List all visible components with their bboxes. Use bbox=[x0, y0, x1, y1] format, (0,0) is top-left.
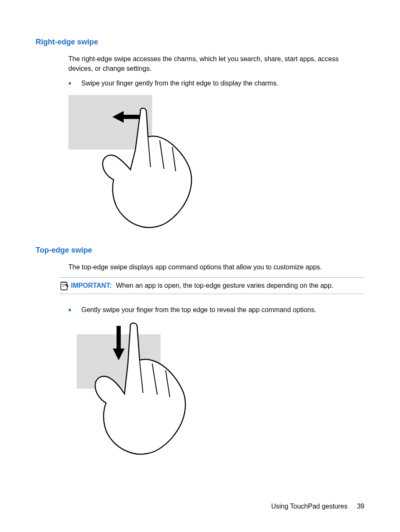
footer-page-number: 39 bbox=[357, 503, 364, 510]
page-content: Right-edge swipe The right-edge swipe ac… bbox=[0, 0, 400, 498]
heading-right-edge-swipe: Right-edge swipe bbox=[36, 38, 364, 46]
bullet-text-2: Gently swipe your finger from the top ed… bbox=[81, 305, 316, 315]
illustration-top-edge-swipe bbox=[68, 322, 364, 457]
note-label: IMPORTANT: bbox=[71, 282, 112, 289]
note-icon bbox=[59, 280, 70, 291]
note-text: When an app is open, the top-edge gestur… bbox=[116, 282, 333, 289]
heading-top-edge-swipe: Top-edge swipe bbox=[36, 246, 364, 255]
bullet-row-2: • Gently swipe your finger from the top … bbox=[68, 305, 364, 315]
bullet-text-1: Swipe your finger gently from the right … bbox=[81, 78, 278, 88]
intro-text-2: The top-edge swipe displays app command … bbox=[68, 262, 364, 272]
intro-text-1: The right-edge swipe accesses the charms… bbox=[68, 54, 364, 73]
page-footer: Using TouchPad gestures 39 bbox=[271, 503, 364, 510]
illustration-right-edge-swipe bbox=[68, 95, 364, 231]
footer-title: Using TouchPad gestures bbox=[271, 503, 348, 510]
important-note: IMPORTANT: When an app is open, the top-… bbox=[59, 277, 364, 294]
bullet-icon: • bbox=[68, 78, 71, 88]
bullet-icon: • bbox=[68, 305, 71, 315]
bullet-row-1: • Swipe your finger gently from the righ… bbox=[68, 78, 364, 88]
